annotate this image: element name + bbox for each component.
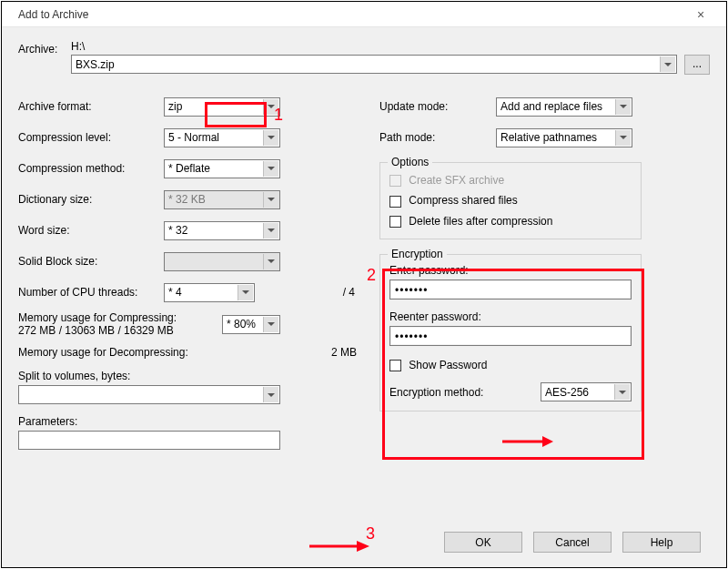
- split-label: Split to volumes, bytes:: [18, 370, 357, 382]
- enter-password-label: Enter password:: [389, 264, 632, 277]
- svg-marker-1: [542, 436, 553, 447]
- encryption-method-label: Encryption method:: [389, 386, 541, 399]
- annotation-arrow-encryption: [500, 434, 555, 449]
- chevron-down-icon[interactable]: [238, 285, 253, 300]
- reenter-password-input[interactable]: •••••••: [389, 326, 632, 346]
- archive-filename-combo[interactable]: BXS.zip: [71, 55, 677, 74]
- cancel-button[interactable]: Cancel: [533, 532, 612, 553]
- titlebar: Add to Archive ×: [2, 2, 726, 27]
- archive-format-value: zip: [168, 100, 182, 113]
- update-mode-combo[interactable]: Add and replace files: [496, 97, 632, 117]
- chevron-down-icon[interactable]: [614, 384, 630, 400]
- ok-button[interactable]: OK: [444, 532, 522, 553]
- compression-level-label: Compression level:: [18, 131, 164, 144]
- chevron-down-icon[interactable]: [615, 99, 631, 115]
- split-combo[interactable]: [18, 385, 280, 404]
- chevron-down-icon[interactable]: [615, 130, 631, 146]
- compression-method-label: Compression method:: [18, 162, 164, 175]
- encryption-method-combo[interactable]: AES-256: [541, 382, 632, 401]
- mem-decompress-value: 2 MB: [331, 346, 357, 359]
- browse-button[interactable]: ...: [684, 55, 710, 75]
- cpu-threads-total: / 4: [343, 286, 357, 299]
- password-input[interactable]: •••••••: [389, 279, 632, 300]
- chevron-down-icon: [263, 254, 278, 269]
- dictionary-size-label: Dictionary size:: [18, 193, 164, 206]
- compress-shared-label: Compress shared files: [409, 194, 517, 207]
- annotation-number-2: 2: [367, 266, 376, 285]
- annotation-number-3: 3: [366, 524, 375, 544]
- update-mode-label: Update mode:: [379, 100, 496, 113]
- parameters-label: Parameters:: [18, 415, 357, 428]
- sfx-label: Create SFX archive: [409, 174, 504, 187]
- window-title: Add to Archive: [9, 8, 682, 21]
- word-size-combo[interactable]: * 32: [164, 221, 280, 240]
- archive-filename: BXS.zip: [76, 58, 115, 71]
- mem-decompress-label: Memory usage for Decompressing:: [18, 346, 331, 359]
- path-mode-combo[interactable]: Relative pathnames: [496, 128, 632, 147]
- compression-method-combo[interactable]: * Deflate: [164, 159, 280, 178]
- mem-compress-label: Memory usage for Compressing:: [18, 311, 222, 324]
- path-mode-label: Path mode:: [379, 131, 496, 144]
- help-button[interactable]: Help: [622, 532, 701, 553]
- chevron-down-icon[interactable]: [263, 223, 278, 239]
- parameters-input[interactable]: [18, 431, 280, 450]
- delete-after-label: Delete files after compression: [409, 215, 552, 228]
- options-fieldset: Options Create SFX archive Compress shar…: [379, 162, 642, 239]
- chevron-down-icon[interactable]: [263, 387, 278, 402]
- archive-format-label: Archive format:: [18, 100, 164, 113]
- solid-block-label: Solid Block size:: [18, 255, 164, 268]
- solid-block-combo: [164, 252, 280, 271]
- options-legend: Options: [388, 156, 432, 168]
- chevron-down-icon[interactable]: [263, 161, 278, 177]
- sfx-checkbox: [389, 175, 401, 187]
- svg-marker-3: [357, 541, 369, 552]
- chevron-down-icon[interactable]: [263, 130, 278, 146]
- chevron-down-icon[interactable]: [263, 317, 278, 332]
- show-password-checkbox[interactable]: [389, 360, 401, 371]
- reenter-password-label: Reenter password:: [389, 310, 632, 323]
- mem-compress-pct-combo[interactable]: * 80%: [222, 315, 280, 334]
- encryption-fieldset: Encryption Enter password: ••••••• Reent…: [379, 254, 642, 412]
- delete-after-checkbox[interactable]: [389, 216, 401, 228]
- dictionary-size-combo[interactable]: * 32 KB: [164, 190, 280, 209]
- encryption-legend: Encryption: [388, 248, 447, 260]
- annotation-arrow-ok: [308, 539, 371, 554]
- mem-compress-info: 272 MB / 13063 MB / 16329 MB: [18, 324, 222, 337]
- close-icon[interactable]: ×: [682, 7, 719, 22]
- show-password-label: Show Password: [409, 359, 487, 371]
- chevron-down-icon[interactable]: [263, 192, 278, 208]
- compress-shared-checkbox[interactable]: [389, 196, 401, 208]
- archive-path-prefix: H:\: [71, 40, 710, 53]
- compression-level-combo[interactable]: 5 - Normal: [164, 128, 280, 147]
- chevron-down-icon[interactable]: [660, 56, 675, 72]
- chevron-down-icon[interactable]: [263, 99, 278, 115]
- cpu-threads-combo[interactable]: * 4: [164, 283, 255, 302]
- archive-label: Archive:: [18, 40, 71, 56]
- cpu-threads-label: Number of CPU threads:: [18, 286, 164, 299]
- word-size-label: Word size:: [18, 224, 164, 237]
- archive-format-combo[interactable]: zip: [164, 97, 280, 117]
